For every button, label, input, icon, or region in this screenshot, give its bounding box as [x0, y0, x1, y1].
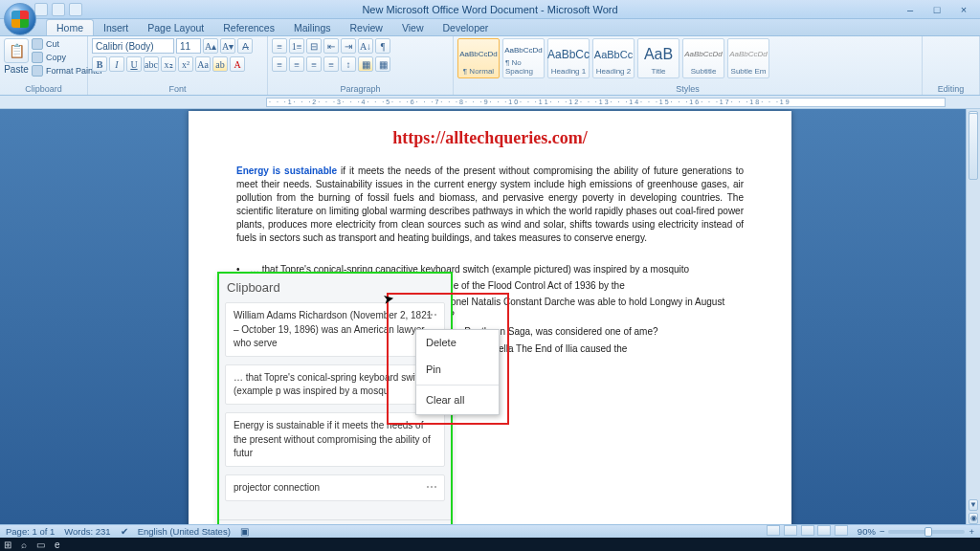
title-bar: New Microsoft Office Word Document - Mic… — [0, 0, 980, 19]
copy-icon — [32, 52, 43, 63]
clipboard-item[interactable]: William Adams Richardson (November 2, 18… — [225, 302, 445, 357]
tab-mailings[interactable]: Mailings — [284, 20, 341, 35]
status-macro-icon[interactable]: ▣ — [240, 526, 249, 537]
show-marks-icon[interactable]: ¶ — [375, 38, 390, 54]
font-family-selector[interactable]: Calibri (Body) — [92, 38, 174, 54]
zoom-slider-thumb[interactable] — [924, 527, 932, 537]
search-icon[interactable]: ⌕ — [21, 540, 27, 550]
paste-icon[interactable]: 📋 — [4, 38, 29, 63]
start-button-icon[interactable]: ⊞ — [4, 540, 11, 550]
item-menu-icon[interactable]: ⋯ — [426, 479, 438, 496]
paste-label[interactable]: Paste — [4, 64, 29, 75]
vertical-scrollbar[interactable]: ▲ ▼ ◉ ▾ — [966, 109, 980, 538]
numbering-icon[interactable]: 1≡ — [289, 38, 304, 54]
grow-font-icon[interactable]: A▴ — [203, 38, 218, 54]
maximize-button[interactable]: □ — [924, 4, 949, 15]
edge-icon[interactable]: e — [55, 540, 60, 550]
view-web-layout[interactable] — [801, 525, 814, 536]
qat-save-icon[interactable] — [34, 3, 48, 16]
justify-icon[interactable]: ≡ — [323, 56, 339, 72]
clipboard-pane-title: Clipboard — [219, 274, 451, 302]
document-page[interactable]: https://alltechqueries.com/ Energy is su… — [189, 111, 791, 538]
shading-icon[interactable]: ▦ — [358, 56, 373, 72]
zoom-in-button[interactable]: + — [969, 526, 974, 537]
qat-redo-icon[interactable] — [69, 3, 82, 16]
highlight-color-button[interactable]: ab — [212, 56, 228, 72]
view-print-layout[interactable] — [767, 525, 780, 536]
line-spacing-icon[interactable]: ↕ — [341, 56, 356, 72]
strike-button[interactable]: abc — [144, 56, 159, 72]
shrink-font-icon[interactable]: A▾ — [220, 38, 235, 54]
bullets-icon[interactable]: ≡ — [272, 38, 287, 54]
subscript-button[interactable]: x₂ — [161, 56, 176, 72]
office-logo-icon — [11, 11, 29, 28]
zoom-slider[interactable] — [888, 530, 965, 534]
tab-page-layout[interactable]: Page Layout — [138, 20, 213, 35]
prev-page-icon[interactable]: ◉ — [969, 513, 978, 524]
tab-developer[interactable]: Developer — [433, 20, 498, 35]
style-nospacing[interactable]: AaBbCcDd¶ No Spacing — [502, 38, 545, 78]
style-heading2[interactable]: AaBbCcHeading 2 — [592, 38, 635, 78]
horizontal-ruler[interactable]: · · ·1· · ·2· · ·3· · ·4· · ·5· · ·6· · … — [266, 98, 946, 107]
zoom-level[interactable]: 90% — [858, 526, 876, 537]
align-left-icon[interactable]: ≡ — [272, 56, 287, 72]
minimize-button[interactable]: – — [898, 4, 923, 15]
close-button[interactable]: × — [951, 4, 976, 15]
indent-dec-icon[interactable]: ⇤ — [323, 38, 339, 54]
clipboard-item[interactable]: Energy is sustainable if it meets the ne… — [225, 412, 445, 467]
item-menu-icon[interactable]: ⋯ — [426, 307, 438, 323]
quick-access-toolbar — [33, 3, 82, 16]
context-menu: Delete Pin Clear all — [415, 329, 500, 415]
font-color-button[interactable]: A — [230, 56, 245, 72]
font-size-selector[interactable]: 11 — [176, 38, 201, 54]
clear-formatting-icon[interactable]: A̶ — [237, 38, 253, 54]
status-language[interactable]: English (United States) — [138, 526, 231, 537]
tab-review[interactable]: Review — [340, 20, 391, 35]
status-page[interactable]: Page: 1 of 1 — [6, 526, 55, 537]
sort-icon[interactable]: A↓ — [358, 38, 373, 54]
italic-button[interactable]: I — [109, 56, 124, 72]
indent-inc-icon[interactable]: ⇥ — [341, 38, 356, 54]
scroll-down-icon[interactable]: ▼ — [969, 499, 978, 511]
clipboard-item[interactable]: … that Topre's conical-spring keyboard s… — [225, 364, 445, 405]
superscript-button[interactable]: x² — [178, 56, 193, 72]
align-right-icon[interactable]: ≡ — [306, 56, 322, 72]
ctx-pin[interactable]: Pin — [416, 357, 499, 384]
align-center-icon[interactable]: ≡ — [289, 56, 304, 72]
brush-icon — [32, 65, 43, 77]
body-paragraph-1: Energy is sustainable if it meets the ne… — [236, 165, 744, 246]
zoom-out-button[interactable]: − — [880, 526, 885, 537]
ctx-clear-all[interactable]: Clear all — [416, 387, 499, 414]
tab-insert[interactable]: Insert — [94, 20, 138, 35]
borders-icon[interactable]: ▦ — [375, 56, 390, 72]
window-title: New Microsoft Office Word Document - Mic… — [82, 4, 898, 15]
bold-button[interactable]: B — [92, 56, 107, 72]
view-draft[interactable] — [835, 525, 848, 536]
scissors-icon — [32, 38, 43, 50]
zoom-control: 90% − + — [858, 526, 974, 537]
ribbon-tabs: Home Insert Page Layout References Maili… — [0, 19, 980, 36]
tab-view[interactable]: View — [392, 20, 434, 35]
style-subtle-em[interactable]: AaBbCcDdSubtle Em — [727, 38, 769, 78]
multilevel-icon[interactable]: ⊟ — [306, 38, 322, 54]
office-button[interactable] — [4, 3, 36, 35]
change-case-button[interactable]: Aa — [195, 56, 211, 72]
clipboard-item[interactable]: projector connection⋯ — [225, 474, 445, 501]
underline-button[interactable]: U — [126, 56, 142, 72]
task-view-icon[interactable]: ▭ — [36, 540, 45, 550]
style-normal[interactable]: AaBbCcDd¶ Normal — [457, 38, 500, 78]
qat-undo-icon[interactable] — [52, 3, 65, 16]
style-subtitle[interactable]: AaBbCcDdSubtitle — [682, 38, 724, 78]
ctx-delete[interactable]: Delete — [416, 330, 499, 357]
style-heading1[interactable]: AaBbCcHeading 1 — [547, 38, 590, 78]
status-words[interactable]: Words: 231 — [64, 526, 110, 537]
view-full-screen[interactable] — [784, 525, 797, 536]
group-styles: AaBbCcDd¶ Normal AaBbCcDd¶ No Spacing Aa… — [454, 36, 923, 95]
status-proofing-icon[interactable]: ✔ — [121, 526, 128, 537]
tab-home[interactable]: Home — [46, 19, 94, 35]
view-outline[interactable] — [817, 525, 831, 536]
group-clipboard: 📋 Paste Cut Copy Format Painter Clipboar… — [0, 36, 88, 95]
scroll-thumb[interactable] — [969, 113, 978, 180]
style-title[interactable]: AaBTitle — [637, 38, 679, 78]
tab-references[interactable]: References — [213, 20, 284, 35]
